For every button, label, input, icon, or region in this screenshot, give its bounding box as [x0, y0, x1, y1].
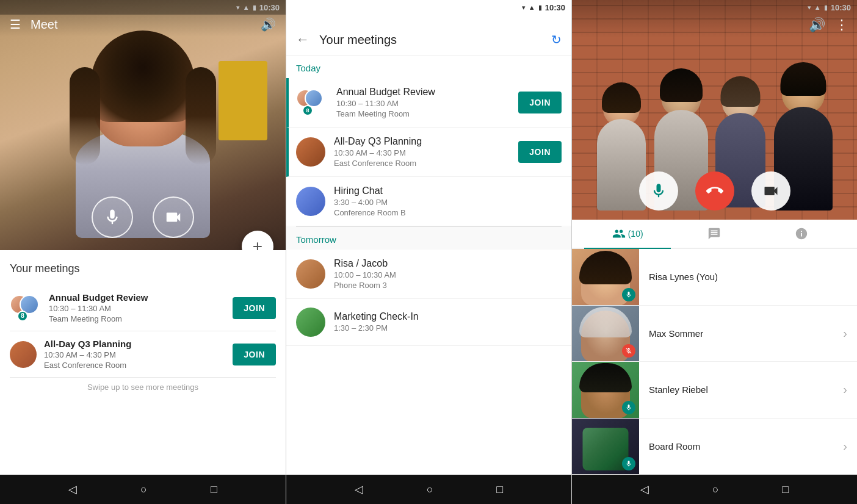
- meeting-room-2: East Conference Room: [44, 361, 225, 370]
- signal-icon-2: ▲: [529, 4, 535, 11]
- list-hiring-time: 3:30 – 4:00 PM: [334, 198, 562, 207]
- bottom-nav-1: ◁ ○ □: [0, 475, 286, 504]
- status-time-2: 10:30: [545, 3, 565, 12]
- home-nav-icon-2[interactable]: ○: [427, 483, 433, 496]
- unmute-button[interactable]: [639, 171, 678, 211]
- thumbnail-column: [572, 249, 639, 475]
- expand-stanley-icon[interactable]: ›: [843, 383, 847, 397]
- chat-icon: [707, 227, 721, 240]
- panel-meet: ▾ ▲ ▮ 10:30 ☰ Meet 🔊: [0, 0, 286, 504]
- camera-on-icon: [762, 182, 779, 200]
- list-join-button-1[interactable]: JOIN: [518, 92, 562, 113]
- mic-active-icon-2: [625, 404, 632, 411]
- avatar-count-badge: 8: [302, 105, 313, 116]
- home-nav-icon[interactable]: ○: [140, 483, 147, 496]
- mic-indicator-board: [622, 457, 635, 470]
- tab-info[interactable]: [758, 220, 845, 248]
- volume-button[interactable]: 🔊: [809, 17, 825, 33]
- names-column: Risa Lynes (You) Max Sommer › Stanley Ri…: [639, 249, 857, 475]
- camera-icon: [164, 208, 183, 226]
- list-risa-title: Risa / Jacob: [334, 258, 562, 269]
- date-header-today: Today: [286, 56, 571, 78]
- back-nav-icon-2[interactable]: ◁: [355, 483, 363, 496]
- app-title: Meet: [31, 18, 57, 32]
- meeting-title-2: All-Day Q3 Planning: [44, 339, 225, 349]
- more-options-button[interactable]: ⋮: [835, 17, 848, 33]
- back-nav-icon-3[interactable]: ◁: [640, 483, 649, 496]
- list-item-budget: 8 Annual Budget Review 10:30 – 11:30 AM …: [286, 78, 571, 128]
- video-area: 🔊 ⋮: [572, 0, 857, 220]
- list-risa-info: Risa / Jacob 10:00 – 10:30 AM Phone Room…: [334, 258, 562, 290]
- list-q3-room: East Conference Room: [334, 159, 510, 168]
- meeting-time-1: 10:30 – 11:30 AM: [49, 304, 225, 313]
- meeting-info-2: All-Day Q3 Planning 10:30 AM – 4:30 PM E…: [44, 339, 225, 370]
- list-avatar-risa: [296, 259, 325, 289]
- mic-indicator-risa: [622, 288, 635, 301]
- participant-row-stanley: Stanley Riebel ›: [639, 362, 857, 419]
- meetings-title: Your meetings: [319, 33, 541, 47]
- volume-icon[interactable]: 🔊: [261, 17, 276, 32]
- list-marketing-info: Marketing Check-In 1:30 – 2:30 PM: [334, 311, 562, 334]
- meeting-item-2: All-Day Q3 Planning 10:30 AM – 4:30 PM E…: [10, 331, 276, 378]
- fab-add-button[interactable]: +: [242, 231, 273, 250]
- list-budget-title: Annual Budget Review: [336, 87, 510, 98]
- meetings-list: Today 8 Annual Budget Review 10:30 – 11:…: [286, 56, 571, 475]
- participant-name-board: Board Room: [649, 441, 700, 452]
- mic-active-icon-3: [625, 460, 632, 467]
- recents-nav-icon-3[interactable]: □: [782, 483, 789, 496]
- list-item-risa: Risa / Jacob 10:00 – 10:30 AM Phone Room…: [286, 250, 571, 299]
- list-q3-time: 10:30 AM – 4:30 PM: [334, 148, 510, 157]
- panel1-header: ☰ Meet 🔊: [0, 0, 286, 37]
- camera-toggle-button[interactable]: [751, 171, 790, 211]
- bottom-nav-3: ◁ ○ □: [572, 475, 857, 504]
- meeting-title-1: Annual Budget Review: [49, 292, 225, 303]
- microphone-button[interactable]: [92, 196, 133, 238]
- camera-button[interactable]: [153, 196, 194, 238]
- recents-nav-icon-2[interactable]: □: [496, 483, 503, 496]
- hangup-icon: [706, 182, 723, 200]
- meetings-header: ← Your meetings ↻: [286, 15, 571, 56]
- back-button[interactable]: ←: [296, 32, 309, 48]
- meetings-section: Your meetings 8 Annual Budget Review 10:…: [0, 250, 286, 475]
- list-hiring-room: Conference Room B: [334, 208, 562, 217]
- thumb-risa: [572, 249, 639, 306]
- join-button-2[interactable]: JOIN: [233, 344, 276, 365]
- list-avatar-q3: [296, 137, 325, 167]
- expand-max-icon[interactable]: ›: [843, 326, 847, 340]
- hangup-button[interactable]: [695, 171, 734, 211]
- list-item-marketing: Marketing Check-In 1:30 – 2:30 PM: [286, 299, 571, 346]
- list-risa-time: 10:00 – 10:30 AM: [334, 270, 562, 279]
- meeting-avatars-1: 8: [10, 295, 42, 322]
- panel-video-call: ▾ ▲ ▮ 10:30: [571, 0, 857, 504]
- list-hiring-info: Hiring Chat 3:30 – 4:00 PM Conference Ro…: [334, 185, 562, 217]
- expand-board-icon[interactable]: ›: [843, 439, 847, 453]
- meeting-info-1: Annual Budget Review 10:30 – 11:30 AM Te…: [49, 292, 225, 323]
- call-controls: [639, 171, 790, 211]
- participants-icon: [612, 227, 626, 240]
- back-nav-icon[interactable]: ◁: [68, 483, 77, 496]
- participant-name-stanley: Stanley Riebel: [649, 384, 708, 395]
- recents-nav-icon[interactable]: □: [211, 483, 217, 496]
- mic-active-icon: [625, 291, 632, 298]
- list-avatar-hiring: [296, 187, 325, 216]
- tab-chat[interactable]: [671, 220, 758, 248]
- home-nav-icon-3[interactable]: ○: [712, 483, 719, 496]
- thumb-max: [572, 306, 639, 362]
- date-header-tomorrow: Tomorrow: [286, 227, 571, 250]
- video-preview-area: ☰ Meet 🔊 +: [0, 0, 286, 250]
- list-join-button-2[interactable]: JOIN: [518, 141, 562, 163]
- call-tabs: (10): [572, 220, 857, 249]
- list-marketing-title: Marketing Check-In: [334, 311, 562, 322]
- list-avatar-marketing: [296, 308, 325, 337]
- video-controls: [92, 196, 194, 238]
- mic-indicator-stanley: [622, 401, 635, 414]
- mic-muted-icon: [625, 347, 632, 355]
- list-item-q3: All-Day Q3 Planning 10:30 AM – 4:30 PM E…: [286, 128, 571, 177]
- mic-icon: [103, 208, 121, 226]
- header-left: ☰ Meet: [10, 17, 57, 32]
- tab-participants[interactable]: (10): [584, 220, 671, 248]
- join-button-1[interactable]: JOIN: [233, 297, 276, 319]
- participant-row-max: Max Sommer ›: [639, 306, 857, 362]
- menu-icon[interactable]: ☰: [10, 17, 21, 32]
- refresh-button[interactable]: ↻: [551, 32, 562, 47]
